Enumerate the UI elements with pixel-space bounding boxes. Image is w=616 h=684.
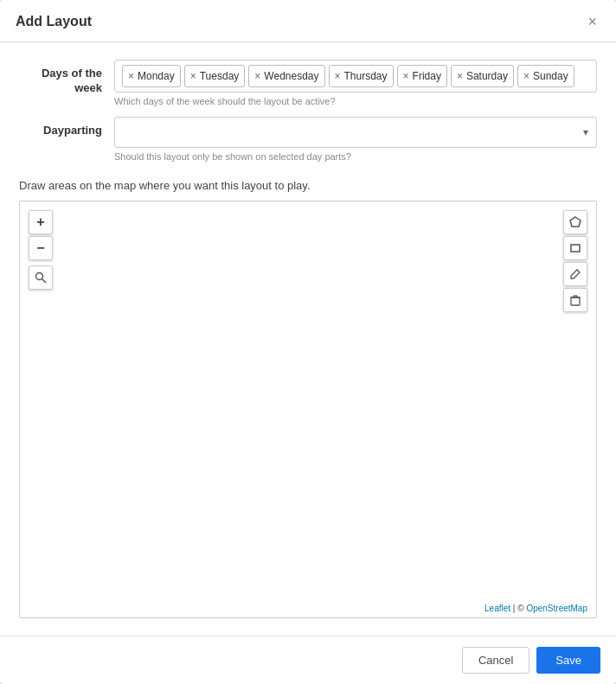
days-of-week-label: Days of theweek (19, 60, 114, 96)
tag-remove[interactable]: × (457, 70, 463, 82)
tag-label: Saturday (466, 70, 508, 82)
modal-body: Days of theweek ×Monday×Tuesday×Wednesda… (0, 42, 616, 636)
dayparting-control: ▾ Should this layout only be shown on se… (114, 117, 597, 162)
attribution-separator: | © (513, 604, 527, 613)
trash-icon (569, 294, 581, 306)
tag-remove[interactable]: × (523, 70, 529, 82)
tag-remove[interactable]: × (128, 70, 134, 82)
svg-line-58 (42, 279, 47, 284)
delete-button[interactable] (563, 288, 587, 312)
dayparting-row: Dayparting ▾ Should this layout only be … (19, 117, 597, 162)
edit-button[interactable] (563, 262, 587, 286)
add-layout-modal: Add Layout × Days of theweek ×Monday×Tue… (0, 0, 616, 684)
tag-remove[interactable]: × (335, 70, 341, 82)
day-tag: ×Wednesday (248, 65, 324, 87)
dayparting-select[interactable] (114, 117, 597, 148)
cancel-button[interactable]: Cancel (462, 647, 529, 674)
dayparting-select-wrapper: ▾ (114, 117, 597, 148)
zoom-in-button[interactable]: + (29, 210, 53, 234)
tag-remove[interactable]: × (254, 70, 260, 82)
map-attribution: Leaflet | © OpenStreetMap (481, 603, 591, 614)
map-container: Marylebone Fitzrovia Bloomsbury Holborn … (19, 201, 597, 618)
modal-footer: Cancel Save (0, 636, 616, 684)
svg-point-57 (36, 273, 43, 280)
tag-label: Wednesday (264, 70, 318, 82)
search-icon (35, 272, 47, 284)
rectangle-draw-button[interactable] (563, 236, 587, 260)
tag-label: Friday (413, 70, 441, 82)
search-button[interactable] (29, 265, 53, 290)
edit-icon (569, 268, 581, 280)
map-controls-right (563, 210, 587, 312)
map-controls-left: + − (29, 210, 53, 290)
day-tag: ×Friday (397, 65, 447, 87)
zoom-out-button[interactable]: − (29, 236, 53, 260)
days-of-week-row: Days of theweek ×Monday×Tuesday×Wednesda… (19, 60, 597, 106)
osm-link[interactable]: OpenStreetMap (526, 604, 587, 613)
days-of-week-control: ×Monday×Tuesday×Wednesday×Thursday×Frida… (114, 60, 597, 106)
day-tag: ×Thursday (329, 65, 394, 87)
tag-label: Thursday (344, 70, 388, 82)
rectangle-icon (569, 242, 581, 254)
draw-instruction-text: Draw areas on the map where you want thi… (19, 179, 597, 192)
svg-rect-61 (571, 297, 580, 305)
day-tag: ×Monday (122, 65, 181, 87)
tag-label: Tuesday (200, 70, 240, 82)
save-button[interactable]: Save (536, 647, 600, 674)
svg-rect-60 (571, 245, 580, 252)
polygon-draw-button[interactable] (563, 210, 587, 234)
dayparting-helper-text: Should this layout only be shown on sele… (114, 151, 597, 162)
modal-header: Add Layout × (0, 0, 616, 42)
days-helper-text: Which days of the week should the layout… (114, 96, 597, 106)
tag-remove[interactable]: × (403, 70, 409, 82)
svg-marker-59 (570, 217, 581, 227)
day-tag: ×Tuesday (184, 65, 246, 87)
days-tags-input[interactable]: ×Monday×Tuesday×Wednesday×Thursday×Frida… (114, 60, 597, 93)
tag-remove[interactable]: × (190, 70, 196, 82)
tag-label: Sunday (533, 70, 568, 82)
day-tag: ×Sunday (517, 65, 574, 87)
dayparting-label: Dayparting (19, 117, 114, 138)
modal-title: Add Layout (16, 14, 92, 29)
polygon-icon (569, 216, 581, 228)
leaflet-link[interactable]: Leaflet (484, 604, 510, 613)
day-tag: ×Saturday (451, 65, 514, 87)
close-button[interactable]: × (584, 12, 600, 31)
tag-label: Monday (138, 70, 175, 82)
